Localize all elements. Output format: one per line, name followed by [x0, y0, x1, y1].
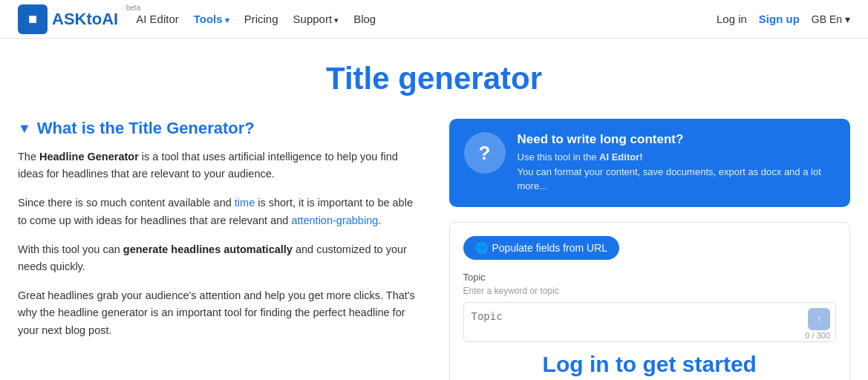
nav-item-blog[interactable]: Blog: [353, 13, 376, 25]
paragraph-2: Since there is so much content available…: [18, 194, 420, 229]
nav-right: Log in Sign up GB En ▾: [717, 13, 850, 25]
logo-beta: beta: [126, 4, 140, 12]
promo-sub: Use this tool in the AI Editor!: [518, 150, 836, 165]
section-heading: ▼ What is the Title Generator?: [18, 119, 420, 138]
form-area: 🌐 Populate fields from URL Topic Enter a…: [449, 222, 851, 381]
promo-content: Need to write long content? Use this too…: [518, 132, 836, 194]
nav-item-tools[interactable]: Tools: [194, 13, 229, 25]
right-column: ? Need to write long content? Use this t…: [449, 119, 851, 380]
navbar: ■ ASKtoAI beta AI Editor Tools Pricing S…: [0, 0, 868, 39]
triangle-icon: ▼: [18, 121, 31, 137]
login-cta: Log in to get started: [463, 344, 837, 380]
nav-item-ai-editor[interactable]: AI Editor: [136, 13, 179, 25]
populate-url-button[interactable]: 🌐 Populate fields from URL: [463, 236, 620, 260]
logo[interactable]: ■ ASKtoAI beta: [18, 4, 118, 34]
topic-hint: Enter a keyword or topic: [463, 286, 837, 296]
promo-heading: Need to write long content?: [518, 132, 836, 147]
send-button[interactable]: ↑: [808, 308, 830, 330]
char-count: 0 / 300: [805, 331, 830, 340]
topic-input-wrap: ↑ 0 / 300: [463, 302, 837, 344]
logo-text: ASKtoAI beta: [52, 10, 118, 29]
logo-icon: ■: [18, 4, 48, 34]
send-icon: ↑: [817, 313, 822, 324]
paragraph-3: With this tool you can generate headline…: [18, 241, 420, 275]
login-link[interactable]: Log in: [717, 13, 747, 25]
paragraph-4: Great headlines grab your audience's att…: [18, 287, 420, 339]
paragraph-1: The Headline Generator is a tool that us…: [18, 148, 420, 183]
promo-desc: You can format your content, save docume…: [518, 165, 836, 194]
language-selector[interactable]: GB En ▾: [812, 13, 850, 25]
main-content: Title generator ▼ What is the Title Gene…: [0, 39, 868, 380]
left-column: ▼ What is the Title Generator? The Headl…: [18, 119, 420, 380]
nav-item-pricing[interactable]: Pricing: [244, 13, 278, 25]
topic-input[interactable]: [463, 302, 837, 342]
promo-icon: ?: [464, 132, 506, 174]
page-title: Title generator: [18, 61, 850, 96]
nav-links: AI Editor Tools Pricing Support Blog: [136, 13, 699, 25]
topic-label: Topic: [463, 272, 837, 283]
globe-icon: 🌐: [475, 242, 488, 254]
promo-card: ? Need to write long content? Use this t…: [449, 119, 851, 207]
signup-link[interactable]: Sign up: [759, 13, 800, 25]
nav-item-support[interactable]: Support: [293, 13, 339, 25]
content-grid: ▼ What is the Title Generator? The Headl…: [18, 119, 850, 380]
